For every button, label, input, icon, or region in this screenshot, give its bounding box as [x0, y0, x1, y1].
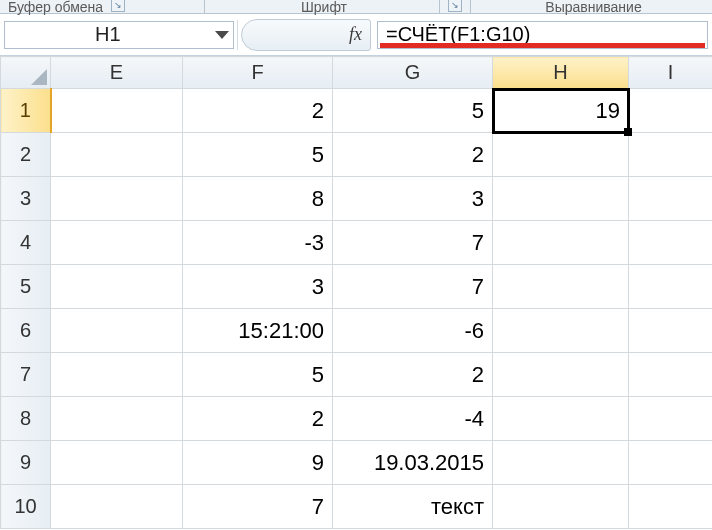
table-row: 4 -3 7 [1, 221, 713, 265]
row-header[interactable]: 2 [1, 133, 51, 177]
cell[interactable] [629, 133, 713, 177]
cell[interactable] [629, 177, 713, 221]
table-row: 3 8 3 [1, 177, 713, 221]
select-all-corner[interactable] [1, 57, 51, 89]
cell[interactable] [629, 441, 713, 485]
cell[interactable]: 5 [333, 89, 493, 133]
formula-bar-row: H1 fx =СЧЁТ(F1:G10) [0, 14, 712, 56]
cell[interactable]: 2 [183, 89, 333, 133]
highlight-underline [380, 43, 705, 48]
table-row: 5 3 7 [1, 265, 713, 309]
cell[interactable]: 5 [183, 133, 333, 177]
ribbon-group-clipboard: Буфер обмена [0, 0, 111, 14]
cell[interactable] [51, 397, 183, 441]
cell[interactable]: 8 [183, 177, 333, 221]
cell[interactable] [629, 265, 713, 309]
cell[interactable] [51, 265, 183, 309]
cell[interactable]: 3 [183, 265, 333, 309]
col-header-h[interactable]: H [493, 57, 629, 89]
cell[interactable]: 2 [183, 397, 333, 441]
row-header[interactable]: 9 [1, 441, 51, 485]
spreadsheet-grid[interactable]: E F G H I 1 2 5 19 2 5 2 3 8 3 4 -3 7 5 [0, 56, 712, 529]
ribbon-group-alignment: Выравнивание [537, 0, 649, 14]
cell[interactable] [629, 485, 713, 529]
table-row: 7 5 2 [1, 353, 713, 397]
dialog-launcher-icon[interactable]: ↘ [448, 0, 462, 12]
fx-icon: fx [349, 24, 362, 45]
cell[interactable]: 7 [333, 265, 493, 309]
cell[interactable] [493, 441, 629, 485]
cell[interactable] [51, 353, 183, 397]
name-box-value: H1 [95, 23, 121, 46]
cell[interactable] [493, 397, 629, 441]
column-headers: E F G H I [1, 57, 713, 89]
cell[interactable] [629, 353, 713, 397]
cell[interactable]: 15:21:00 [183, 309, 333, 353]
cell[interactable] [493, 309, 629, 353]
col-header-g[interactable]: G [333, 57, 493, 89]
cell[interactable] [493, 485, 629, 529]
cell[interactable] [493, 353, 629, 397]
row-header[interactable]: 10 [1, 485, 51, 529]
table-row: 10 7 текст [1, 485, 713, 529]
row-header[interactable]: 8 [1, 397, 51, 441]
row-header[interactable]: 3 [1, 177, 51, 221]
col-header-e[interactable]: E [51, 57, 183, 89]
cell[interactable] [629, 89, 713, 133]
cell[interactable]: 9 [183, 441, 333, 485]
cell[interactable] [493, 265, 629, 309]
cell[interactable] [629, 309, 713, 353]
cell[interactable] [629, 397, 713, 441]
cell[interactable]: 19.03.2015 [333, 441, 493, 485]
cell[interactable]: -4 [333, 397, 493, 441]
cell[interactable]: текст [333, 485, 493, 529]
row-header[interactable]: 7 [1, 353, 51, 397]
row-header[interactable]: 1 [1, 89, 51, 133]
name-box[interactable]: H1 [4, 21, 234, 49]
cell[interactable] [51, 133, 183, 177]
cell[interactable]: 3 [333, 177, 493, 221]
row-header[interactable]: 4 [1, 221, 51, 265]
table-row: 9 9 19.03.2015 [1, 441, 713, 485]
cell[interactable] [51, 485, 183, 529]
cell[interactable]: 2 [333, 133, 493, 177]
insert-function-button[interactable]: fx [241, 19, 371, 51]
table-row: 1 2 5 19 [1, 89, 713, 133]
col-header-f[interactable]: F [183, 57, 333, 89]
cell[interactable]: 2 [333, 353, 493, 397]
cell[interactable] [629, 221, 713, 265]
cell[interactable] [51, 221, 183, 265]
ribbon-group-font: Шрифт [293, 0, 355, 14]
cell[interactable]: 7 [183, 485, 333, 529]
cell[interactable] [51, 177, 183, 221]
dialog-launcher-icon[interactable]: ↘ [111, 0, 125, 12]
cell[interactable] [493, 221, 629, 265]
table-row: 8 2 -4 [1, 397, 713, 441]
table-row: 2 5 2 [1, 133, 713, 177]
active-cell[interactable]: 19 [493, 89, 629, 133]
table-row: 6 15:21:00 -6 [1, 309, 713, 353]
chevron-down-icon[interactable] [215, 31, 229, 39]
cell[interactable]: -3 [183, 221, 333, 265]
cell[interactable] [493, 177, 629, 221]
formula-input[interactable]: =СЧЁТ(F1:G10) [377, 21, 708, 49]
cell[interactable] [51, 309, 183, 353]
cell[interactable]: 7 [333, 221, 493, 265]
row-header[interactable]: 5 [1, 265, 51, 309]
row-header[interactable]: 6 [1, 309, 51, 353]
cell[interactable] [493, 133, 629, 177]
cell[interactable]: -6 [333, 309, 493, 353]
cell[interactable] [51, 441, 183, 485]
cell[interactable] [51, 89, 183, 133]
cell[interactable]: 5 [183, 353, 333, 397]
ribbon-strip: Буфер обмена ↘ Шрифт ↘ Выравнивание [0, 0, 712, 14]
col-header-i[interactable]: I [629, 57, 713, 89]
